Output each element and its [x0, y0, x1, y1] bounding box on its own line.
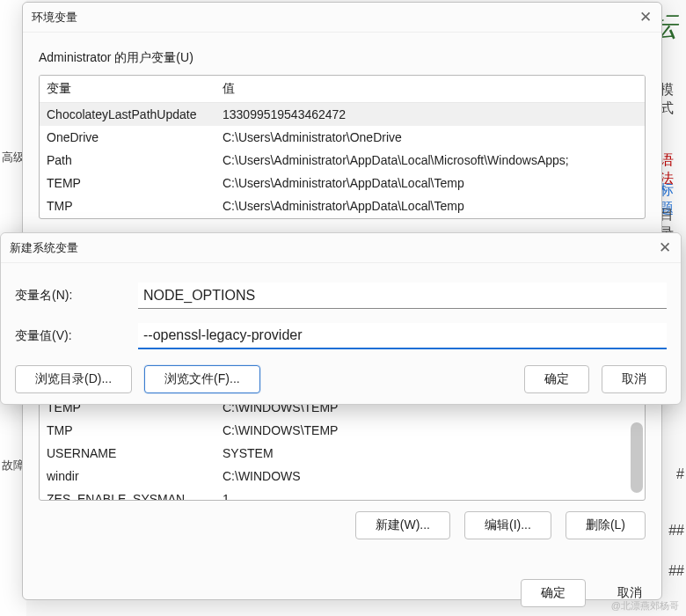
cell-var: ZES_ENABLE_SYSMAN: [40, 488, 215, 501]
table-row[interactable]: TMPC:\WINDOWS\TEMP: [40, 419, 645, 442]
col-header-val[interactable]: 值: [215, 76, 645, 103]
newvar-ok-button[interactable]: 确定: [524, 365, 589, 393]
table-row[interactable]: TMPC:\Users\Administrator\AppData\Local\…: [40, 194, 645, 217]
edit-sysvar-button[interactable]: 编辑(I)...: [464, 511, 551, 539]
var-name-input[interactable]: [138, 282, 667, 309]
var-value-input[interactable]: [138, 323, 667, 349]
table-row[interactable]: OneDriveC:\Users\Administrator\OneDrive: [40, 126, 645, 149]
table-row[interactable]: PathC:\Users\Administrator\AppData\Local…: [40, 149, 645, 172]
user-vars-label: Administrator 的用户变量(U): [39, 50, 646, 66]
var-name-label: 变量名(N):: [15, 288, 138, 304]
cell-var: TMP: [40, 419, 215, 442]
table-row[interactable]: TEMPC:\Users\Administrator\AppData\Local…: [40, 172, 645, 194]
env-ok-button[interactable]: 确定: [521, 579, 586, 607]
bg-right-hash: #: [676, 466, 684, 482]
new-sysvar-button[interactable]: 新建(W)...: [355, 511, 450, 539]
cell-val: SYSTEM: [215, 442, 645, 465]
sys-vars-table-wrap: TEMPC:\WINDOWS\TEMP TMPC:\WINDOWS\TEMP U…: [39, 395, 646, 501]
cell-val: C:\Users\Administrator\OneDrive: [215, 126, 645, 149]
sys-vars-table[interactable]: TEMPC:\WINDOWS\TEMP TMPC:\WINDOWS\TEMP U…: [40, 396, 645, 501]
cell-val: 1: [215, 488, 645, 501]
cell-var: Path: [40, 149, 215, 172]
table-row[interactable]: USERNAMESYSTEM: [40, 442, 645, 465]
bg-right-hash: ##: [668, 523, 684, 539]
close-icon[interactable]: ✕: [658, 241, 672, 255]
cell-var: ChocolateyLastPathUpdate: [40, 103, 215, 127]
bg-right-hash: ##: [668, 563, 684, 579]
cell-var: OneDrive: [40, 126, 215, 149]
delete-sysvar-button[interactable]: 删除(L): [566, 511, 646, 539]
author-watermark: @北漂燕郊杨哥: [611, 599, 679, 612]
col-header-var[interactable]: 变量: [40, 76, 215, 103]
table-row[interactable]: ZES_ENABLE_SYSMAN1: [40, 488, 645, 501]
cell-val: 133099519543462472: [215, 103, 645, 127]
cell-val: C:\Users\Administrator\AppData\Local\Tem…: [215, 172, 645, 194]
cell-var: TEMP: [40, 172, 215, 194]
browse-file-button[interactable]: 浏览文件(F)...: [144, 365, 260, 393]
newvar-title: 新建系统变量: [10, 240, 78, 256]
newvar-cancel-button[interactable]: 取消: [602, 365, 667, 393]
user-vars-table[interactable]: 变量 值 ChocolateyLastPathUpdate13309951954…: [40, 76, 645, 217]
table-row[interactable]: windirC:\WINDOWS: [40, 465, 645, 488]
bg-right-label: 模式: [660, 81, 684, 118]
env-title: 环境变量: [32, 10, 77, 26]
cell-var: windir: [40, 465, 215, 488]
cell-var: USERNAME: [40, 442, 215, 465]
user-vars-table-wrap: 变量 值 ChocolateyLastPathUpdate13309951954…: [39, 75, 646, 219]
newvar-titlebar: 新建系统变量 ✕: [1, 233, 681, 263]
browse-dir-button[interactable]: 浏览目录(D)...: [15, 365, 132, 393]
cell-val: C:\Users\Administrator\AppData\Local\Mic…: [215, 149, 645, 172]
var-value-label: 变量值(V):: [15, 328, 138, 344]
table-row[interactable]: ChocolateyLastPathUpdate1330995195434624…: [40, 103, 645, 127]
cell-val: C:\WINDOWS\TEMP: [215, 419, 645, 442]
cell-var: TMP: [40, 194, 215, 217]
cell-val: C:\Users\Administrator\AppData\Local\Tem…: [215, 194, 645, 217]
close-icon[interactable]: ✕: [639, 11, 653, 25]
cell-val: C:\WINDOWS: [215, 465, 645, 488]
new-system-variable-dialog: 新建系统变量 ✕ 变量名(N): 变量值(V): 浏览目录(D)... 浏览文件…: [0, 232, 682, 405]
scrollbar-thumb[interactable]: [631, 422, 643, 493]
env-titlebar: 环境变量 ✕: [23, 3, 661, 33]
